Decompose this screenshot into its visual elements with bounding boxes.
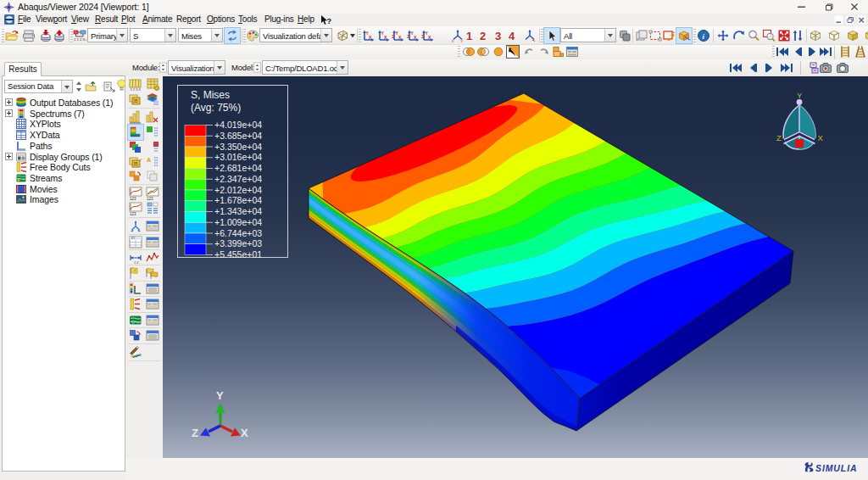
svg-text:1 1 2 3 4: 1 1 2 3 4 bbox=[74, 37, 86, 42]
svg-text:35: 35 bbox=[133, 161, 138, 166]
svg-text:+1.678e+04: +1.678e+04 bbox=[214, 195, 262, 205]
svg-text:123: 123 bbox=[130, 212, 136, 216]
svg-text:X: X bbox=[241, 427, 248, 439]
svg-text:+2.681e+04: +2.681e+04 bbox=[214, 163, 262, 173]
svg-text:+1.343e+04: +1.343e+04 bbox=[214, 206, 262, 216]
svg-text:+2.347e+04: +2.347e+04 bbox=[214, 174, 262, 184]
svg-text:123: 123 bbox=[147, 197, 153, 201]
svg-text:SIMULIA: SIMULIA bbox=[815, 463, 857, 472]
svg-text:+4.019e+04: +4.019e+04 bbox=[214, 120, 262, 130]
svg-text:y: y bbox=[461, 39, 464, 43]
svg-text:Z: Z bbox=[407, 34, 409, 39]
svg-text:+3.350e+04: +3.350e+04 bbox=[214, 142, 262, 152]
svg-text:1 2 3 4: 1 2 3 4 bbox=[131, 87, 142, 92]
svg-text:+5.455e+01: +5.455e+01 bbox=[214, 249, 262, 260]
svg-text:123: 123 bbox=[130, 197, 136, 201]
svg-text:Z: Z bbox=[192, 427, 198, 439]
svg-text:XY: XY bbox=[131, 237, 136, 240]
svg-text:+2.012e+04: +2.012e+04 bbox=[214, 185, 262, 195]
svg-text:+6.744e+03: +6.744e+03 bbox=[214, 228, 262, 238]
svg-text:1.5: 1.5 bbox=[134, 260, 139, 265]
svg-text:S, Mises: S, Mises bbox=[191, 89, 230, 101]
svg-text:?: ? bbox=[327, 17, 332, 25]
svg-text:Y: Y bbox=[216, 389, 224, 402]
svg-text:Z: Z bbox=[776, 133, 782, 142]
svg-text:A: A bbox=[147, 157, 151, 163]
svg-text:+3.016e+04: +3.016e+04 bbox=[214, 152, 262, 162]
svg-text:+1.009e+04: +1.009e+04 bbox=[214, 217, 262, 227]
svg-text:+3.685e+04: +3.685e+04 bbox=[214, 131, 262, 141]
svg-text:+3.399e+03: +3.399e+03 bbox=[214, 238, 262, 248]
svg-text:(Avg: 75%): (Avg: 75%) bbox=[191, 102, 241, 114]
svg-text:Y: Y bbox=[797, 91, 803, 100]
svg-text:35: 35 bbox=[133, 98, 138, 103]
svg-text:X: X bbox=[818, 133, 824, 142]
svg-text:Z: Z bbox=[421, 34, 424, 39]
svg-text:Z: Z bbox=[392, 34, 394, 39]
